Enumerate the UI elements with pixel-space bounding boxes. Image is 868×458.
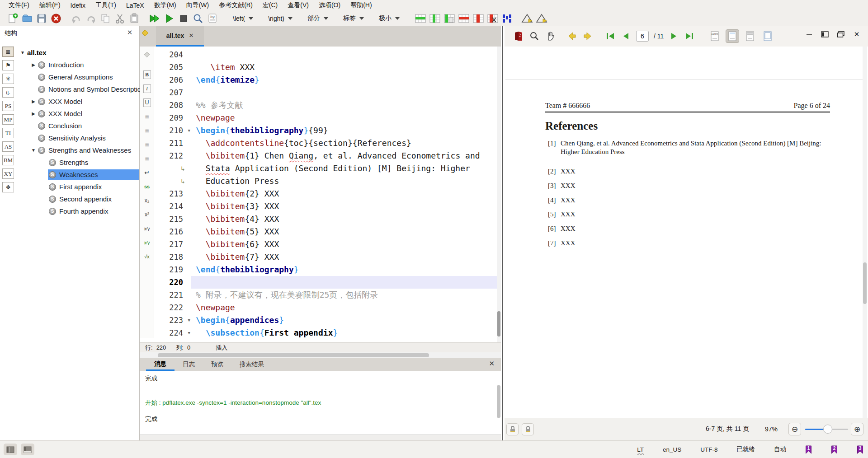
- pdf-scrollbar[interactable]: [863, 47, 867, 418]
- fit-page-button[interactable]: [726, 29, 739, 43]
- next-page-icon[interactable]: [668, 30, 679, 42]
- status-item-enus[interactable]: en_US: [663, 446, 681, 453]
- line-number[interactable]: 223▼: [154, 314, 191, 327]
- tree-item-strengths-and-weaknesses[interactable]: ▼SStrengths and Weaknesses: [16, 144, 139, 156]
- menu-item-查看V[interactable]: 查看(V): [283, 0, 314, 10]
- tree-item-general-assumptions[interactable]: SGeneral Assumptions: [16, 71, 139, 83]
- code-line-224[interactable]: 224▼ \subsection{First appendix}: [154, 327, 501, 339]
- superscript-icon[interactable]: x²: [140, 209, 154, 220]
- fold-arrow-icon[interactable]: ▼: [188, 327, 190, 339]
- table-remove-row-icon[interactable]: [458, 12, 470, 24]
- windowed-icon[interactable]: [836, 29, 846, 39]
- paste-icon[interactable]: [128, 12, 140, 24]
- build-icon[interactable]: [148, 12, 160, 24]
- zoom-in-button[interactable]: ⊕: [851, 423, 863, 435]
- dropdown-3[interactable]: 标签: [340, 14, 368, 23]
- tree-item-notions-and-symbol-description[interactable]: SNotions and Symbol Description: [16, 83, 139, 95]
- zoom-100-button[interactable]: 100%: [708, 29, 722, 43]
- messages-tab-预览[interactable]: 预览: [203, 358, 231, 371]
- messages-tab-消息[interactable]: 消息: [146, 358, 175, 371]
- align-justify-icon[interactable]: ≣: [140, 153, 154, 164]
- new-icon[interactable]: [6, 12, 19, 24]
- tree-item-strengths[interactable]: SStrengths: [16, 156, 139, 168]
- dock-panel-icon[interactable]: [820, 29, 830, 39]
- log-icon[interactable]: log: [206, 12, 218, 24]
- code-line-214[interactable]: 214 \bibitem{3} XXX: [154, 200, 501, 213]
- bookmark-diamond-icon[interactable]: [142, 29, 149, 38]
- toggle-sidebar-button[interactable]: [4, 444, 17, 455]
- zoom-slider-handle[interactable]: [823, 425, 832, 434]
- status-item-[interactable]: 已就绪: [737, 445, 755, 453]
- subscript-icon[interactable]: x₂: [140, 195, 154, 206]
- tab-all-tex[interactable]: all.tex ✕: [156, 26, 204, 47]
- fit-window-button[interactable]: [761, 29, 774, 43]
- line-number[interactable]: 210▼: [154, 124, 191, 137]
- redo-icon[interactable]: [85, 12, 97, 24]
- search-icon[interactable]: [528, 30, 540, 42]
- code-line-205[interactable]: 205 \item XXX: [154, 61, 501, 74]
- status-item-utf8[interactable]: UTF-8: [700, 446, 717, 453]
- toggle-bottom-panel-button[interactable]: [21, 444, 34, 455]
- newline-icon[interactable]: ↵: [140, 167, 154, 178]
- rail-symbols-brackets-icon[interactable]: ([.: [2, 87, 14, 98]
- fold-arrow-icon[interactable]: ▼: [188, 314, 190, 327]
- code-line-216[interactable]: 216 \bibitem{5} XXX: [154, 225, 501, 238]
- code-line-222[interactable]: 222\newpage: [154, 301, 501, 314]
- tree-item-conclusion[interactable]: SConclusion: [16, 120, 139, 132]
- align-left-icon[interactable]: ≣: [140, 111, 154, 122]
- rail-symbols-ti-icon[interactable]: TI: [2, 128, 14, 138]
- dropdown-4[interactable]: 极小: [375, 14, 403, 23]
- table-cut-column-icon[interactable]: [486, 12, 499, 24]
- menu-item-帮助H[interactable]: 帮助(H): [345, 0, 377, 10]
- format-underline-icon[interactable]: U: [140, 97, 154, 108]
- compile-icon[interactable]: [163, 12, 175, 24]
- menu-item-工具T[interactable]: 工具(T): [90, 0, 121, 10]
- code-line-211[interactable]: 211 \addcontentsline{toc}{section}{Refer…: [154, 137, 501, 150]
- open-icon[interactable]: [21, 12, 33, 24]
- table-paste-column-icon[interactable]: [443, 12, 455, 24]
- fit-width-button[interactable]: [743, 29, 757, 43]
- code-line-204[interactable]: 204: [154, 48, 501, 61]
- code-line-208[interactable]: 208%% 参考文献: [154, 99, 501, 112]
- code-line-212[interactable]: 212 \bibitem{1} Chen Qiang, et al. Advan…: [154, 150, 501, 162]
- messages-horizontal-scrollbar[interactable]: [140, 434, 501, 440]
- editor-vertical-scrollbar[interactable]: [497, 47, 501, 342]
- code-line-209[interactable]: 209\newpage: [154, 112, 501, 124]
- bookmark-flag-1[interactable]: 1: [805, 445, 812, 454]
- left-delimiter-icon[interactable]: [521, 12, 533, 24]
- dropdown-1[interactable]: \right): [264, 14, 296, 23]
- close-icon[interactable]: ✕: [852, 29, 862, 39]
- collapse-arrow-icon[interactable]: ▼: [19, 50, 26, 55]
- pdf-page-view[interactable]: Team # 666666 Page 6 of 24 References [1…: [505, 47, 868, 418]
- lock-icon[interactable]: [522, 423, 534, 435]
- right-delimiter-icon[interactable]: [536, 12, 548, 24]
- page-number-input[interactable]: 6: [636, 31, 649, 42]
- messages-close-icon[interactable]: ✕: [489, 360, 495, 368]
- zoom-out-button[interactable]: ⊖: [788, 423, 801, 435]
- sqrt-icon[interactable]: √x: [140, 251, 154, 262]
- rail-symbols-special-icon[interactable]: ❖: [2, 182, 14, 192]
- small-caps-icon[interactable]: ss: [140, 181, 154, 192]
- menu-item-文件F[interactable]: 文件(F): [4, 0, 34, 10]
- code-line-215[interactable]: 215 \bibitem{4} XXX: [154, 213, 501, 225]
- tree-item-first-appendix[interactable]: SFirst appendix: [16, 181, 139, 193]
- editor-pdf-splitter[interactable]: [501, 26, 505, 440]
- tree-item-second-appendix[interactable]: SSecond appendix: [16, 193, 139, 205]
- last-page-icon[interactable]: [684, 30, 695, 42]
- dropdown-2[interactable]: 部分: [304, 14, 332, 23]
- rail-structure-icon[interactable]: ≣: [2, 47, 14, 57]
- dropdown-0[interactable]: \left(: [229, 14, 257, 23]
- messages-tab-搜索结果[interactable]: 搜索结果: [231, 358, 272, 371]
- lock-icon[interactable]: [506, 423, 519, 435]
- code-line-206[interactable]: 206\end{itemize}: [154, 74, 501, 86]
- align-right-icon[interactable]: ≣: [140, 139, 154, 150]
- forward-icon[interactable]: [582, 30, 594, 42]
- back-icon[interactable]: [566, 30, 578, 42]
- rail-symbols-mp-icon[interactable]: MP: [2, 114, 14, 125]
- rail-bookmarks-icon[interactable]: ⚑: [2, 60, 14, 70]
- menu-item-数学M[interactable]: 数学(M): [149, 0, 181, 10]
- tree-item-all-tex[interactable]: ▼all.tex: [16, 47, 139, 59]
- tree-item-introduction[interactable]: ▶SIntroduction: [16, 59, 139, 71]
- table-add-column-icon[interactable]: [429, 12, 441, 24]
- menu-item-Idefix[interactable]: Idefix: [66, 1, 90, 10]
